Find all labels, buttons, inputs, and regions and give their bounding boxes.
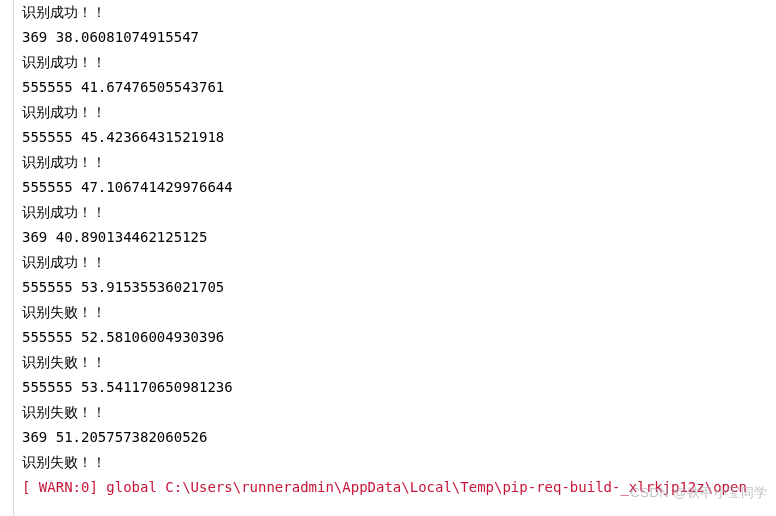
console-line: 555555 53.541170650981236 xyxy=(22,375,776,400)
console-line: 识别失败！！ xyxy=(22,400,776,425)
console-line: 555555 53.91535536021705 xyxy=(22,275,776,300)
console-line: 识别成功！！ xyxy=(22,100,776,125)
console-line: 555555 47.106741429976644 xyxy=(22,175,776,200)
console-line: 识别成功！！ xyxy=(22,250,776,275)
console-line: 识别成功！！ xyxy=(22,200,776,225)
console-line: 369 38.06081074915547 xyxy=(22,25,776,50)
console-line: 识别失败！！ xyxy=(22,350,776,375)
console-line: 369 51.205757382060526 xyxy=(22,425,776,450)
console-line: 555555 52.58106004930396 xyxy=(22,325,776,350)
console-output: 识别成功！！ 369 38.06081074915547 识别成功！！ 5555… xyxy=(0,0,776,500)
console-line: 识别成功！！ xyxy=(22,150,776,175)
console-line: 555555 41.67476505543761 xyxy=(22,75,776,100)
console-line: 识别成功！！ xyxy=(22,50,776,75)
console-warn-line: [ WARN:0] global C:\Users\runneradmin\Ap… xyxy=(22,475,776,500)
console-line: 识别失败！！ xyxy=(22,450,776,475)
console-line: 555555 45.42366431521918 xyxy=(22,125,776,150)
console-line: 369 40.890134462125125 xyxy=(22,225,776,250)
console-line: 识别成功！！ xyxy=(22,0,776,25)
console-line: 识别失败！！ xyxy=(22,300,776,325)
